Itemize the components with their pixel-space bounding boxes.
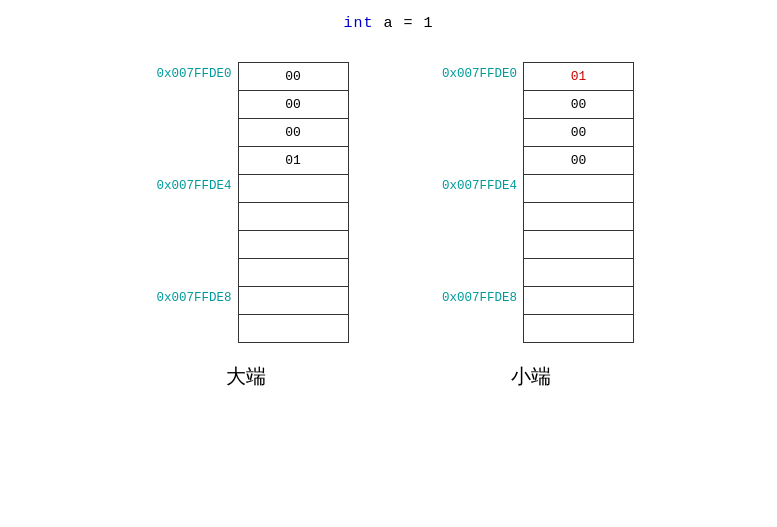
big-endian-diagram: 0x007FFDE0000000010x007FFDE40x007FFDE8 大… [143,62,349,390]
address-label [429,315,524,343]
diagrams-container: 0x007FFDE0000000010x007FFDE40x007FFDE8 大… [143,62,634,390]
address-label [429,119,524,147]
address-label [143,119,238,147]
memory-cell: 00 [524,91,634,119]
memory-cell [238,315,348,343]
address-label: 0x007FFDE4 [429,175,524,203]
address-label [143,91,238,119]
memory-cell [524,287,634,315]
little-endian-diagram: 0x007FFDE0010000000x007FFDE40x007FFDE8 小… [429,62,635,390]
code-rest: a = 1 [374,15,434,32]
keyword: int [343,15,373,32]
memory-cell: 00 [238,63,348,91]
memory-cell: 00 [238,119,348,147]
address-label [143,231,238,259]
address-label [143,315,238,343]
address-label: 0x007FFDE0 [143,63,238,91]
memory-cell [524,315,634,343]
little-endian-table: 0x007FFDE0010000000x007FFDE40x007FFDE8 [429,62,635,343]
address-label: 0x007FFDE4 [143,175,238,203]
address-label [429,91,524,119]
code-header: int a = 1 [343,15,433,32]
memory-cell: 01 [238,147,348,175]
address-label: 0x007FFDE8 [143,287,238,315]
address-label [429,259,524,287]
big-endian-label: 大端 [226,363,266,390]
address-label [143,259,238,287]
memory-cell [238,231,348,259]
address-label [143,147,238,175]
little-endian-label: 小端 [511,363,551,390]
memory-cell: 01 [524,63,634,91]
big-endian-table: 0x007FFDE0000000010x007FFDE40x007FFDE8 [143,62,349,343]
address-label [429,203,524,231]
memory-cell: 00 [238,91,348,119]
memory-cell [524,203,634,231]
address-label: 0x007FFDE0 [429,63,524,91]
memory-cell: 00 [524,147,634,175]
address-label [429,147,524,175]
address-label [429,231,524,259]
memory-cell [238,203,348,231]
address-label [143,203,238,231]
memory-cell [238,175,348,203]
memory-cell [524,175,634,203]
memory-cell [524,231,634,259]
memory-cell: 00 [524,119,634,147]
memory-cell [524,259,634,287]
memory-cell [238,287,348,315]
address-label: 0x007FFDE8 [429,287,524,315]
memory-cell [238,259,348,287]
